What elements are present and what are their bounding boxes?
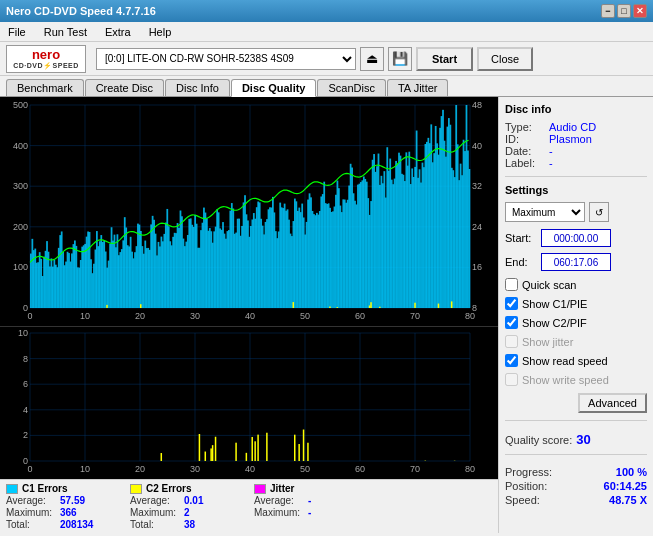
- drive-selector[interactable]: [0:0] LITE-ON CD-RW SOHR-5238S 4S09: [96, 48, 356, 70]
- progress-section: Progress: 100 % Position: 60:14.25 Speed…: [505, 466, 647, 508]
- upper-chart: [0, 97, 498, 326]
- eject-button[interactable]: ⏏: [360, 47, 384, 71]
- end-row: End:: [505, 253, 647, 271]
- advanced-button[interactable]: Advanced: [578, 393, 647, 413]
- disc-info-rows: Type: Audio CD ID: Plasmon Date: - Label…: [505, 121, 647, 169]
- nero-logo: nero CD·DVD⚡SPEED: [6, 45, 86, 73]
- right-panel: Disc info Type: Audio CD ID: Plasmon Dat…: [498, 97, 653, 533]
- legend-jitter: Jitter Average: - Maximum: -: [254, 483, 358, 530]
- c2-title: C2 Errors: [146, 483, 192, 494]
- disc-info-title: Disc info: [505, 103, 647, 115]
- end-time-input[interactable]: [541, 253, 611, 271]
- title-text: Nero CD-DVD Speed 4.7.7.16: [6, 5, 156, 17]
- toolbar: nero CD·DVD⚡SPEED [0:0] LITE-ON CD-RW SO…: [0, 42, 653, 76]
- save-button[interactable]: 💾: [388, 47, 412, 71]
- menu-help[interactable]: Help: [145, 25, 176, 39]
- menu-file[interactable]: File: [4, 25, 30, 39]
- show-write-speed-row: Show write speed: [505, 373, 647, 386]
- maximize-button[interactable]: □: [617, 4, 631, 18]
- settings-title: Settings: [505, 184, 647, 196]
- show-jitter-checkbox: [505, 335, 518, 348]
- disc-type-row: Type: Audio CD: [505, 121, 647, 133]
- position-row: Position: 60:14.25: [505, 480, 647, 492]
- speed-row: Maximum 16x8x4x ↺: [505, 202, 647, 222]
- title-bar: Nero CD-DVD Speed 4.7.7.16 − □ ✕: [0, 0, 653, 22]
- main-content: C1 Errors Average: 57.59 Maximum: 366 To…: [0, 97, 653, 533]
- tab-create-disc[interactable]: Create Disc: [85, 79, 164, 96]
- legend-c2: C2 Errors Average: 0.01 Maximum: 2 Total…: [130, 483, 234, 530]
- disc-date-row: Date: -: [505, 145, 647, 157]
- c2-color-box: [130, 484, 142, 494]
- speed-select[interactable]: Maximum 16x8x4x: [505, 202, 585, 222]
- show-jitter-row: Show jitter: [505, 335, 647, 348]
- close-window-button[interactable]: ✕: [633, 4, 647, 18]
- show-read-speed-row: Show read speed: [505, 354, 647, 367]
- disc-id-row: ID: Plasmon: [505, 133, 647, 145]
- tab-disc-quality[interactable]: Disc Quality: [231, 79, 317, 97]
- show-c1-pie-row: Show C1/PIE: [505, 297, 647, 310]
- disc-label-row: Label: -: [505, 157, 647, 169]
- lower-chart: [0, 327, 498, 479]
- menu-bar: File Run Test Extra Help: [0, 22, 653, 42]
- start-row: Start:: [505, 229, 647, 247]
- legend-c1: C1 Errors Average: 57.59 Maximum: 366 To…: [6, 483, 110, 530]
- show-c2-pif-checkbox[interactable]: [505, 316, 518, 329]
- quick-scan-checkbox[interactable]: [505, 278, 518, 291]
- quick-scan-row: Quick scan: [505, 278, 647, 291]
- settings-refresh-button[interactable]: ↺: [589, 202, 609, 222]
- menu-run-test[interactable]: Run Test: [40, 25, 91, 39]
- tab-scan-disc[interactable]: ScanDisc: [317, 79, 385, 96]
- start-time-input[interactable]: [541, 229, 611, 247]
- tab-benchmark[interactable]: Benchmark: [6, 79, 84, 96]
- close-button[interactable]: Close: [477, 47, 533, 71]
- show-read-speed-checkbox[interactable]: [505, 354, 518, 367]
- show-c2-pif-row: Show C2/PIF: [505, 316, 647, 329]
- legend-bar: C1 Errors Average: 57.59 Maximum: 366 To…: [0, 479, 498, 533]
- c1-color-box: [6, 484, 18, 494]
- minimize-button[interactable]: −: [601, 4, 615, 18]
- show-write-speed-checkbox: [505, 373, 518, 386]
- show-c1-pie-checkbox[interactable]: [505, 297, 518, 310]
- tab-ta-jitter[interactable]: TA Jitter: [387, 79, 449, 96]
- c1-title: C1 Errors: [22, 483, 68, 494]
- jitter-title: Jitter: [270, 483, 294, 494]
- quality-score-row: Quality score: 30: [505, 432, 647, 447]
- window-controls: − □ ✕: [601, 4, 647, 18]
- tabs: Benchmark Create Disc Disc Info Disc Qua…: [0, 76, 653, 97]
- jitter-color-box: [254, 484, 266, 494]
- speed-row-progress: Speed: 48.75 X: [505, 494, 647, 506]
- menu-extra[interactable]: Extra: [101, 25, 135, 39]
- progress-row: Progress: 100 %: [505, 466, 647, 478]
- start-button[interactable]: Start: [416, 47, 473, 71]
- tab-disc-info[interactable]: Disc Info: [165, 79, 230, 96]
